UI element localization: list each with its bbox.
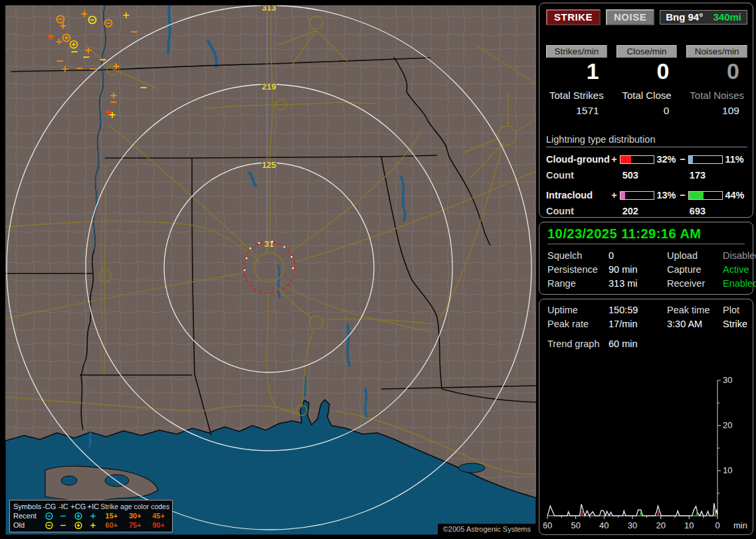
noises-column: Noises/min 0 Total Noises 109 (686, 45, 747, 117)
bearing-readout: Bng 94° 340mi (660, 10, 747, 25)
app-window: 31321912531 Symbols -CG -IC +CG +IC (0, 0, 756, 539)
ic-positive-pct: 13% (656, 190, 679, 200)
range-value: 313 mi (609, 278, 667, 289)
total-noises-value: 109 (686, 105, 747, 117)
legend-col-pcg: +CG (70, 502, 86, 511)
svg-text:219: 219 (262, 82, 276, 92)
choctawhatchee-bay (458, 463, 485, 473)
minus-sign: − (679, 154, 686, 165)
svg-text:min: min (733, 520, 747, 530)
old-cg-plus-icon (70, 520, 86, 530)
svg-text:0: 0 (715, 520, 719, 530)
total-noises-label: Total Noises (686, 90, 747, 101)
lightning-distribution: Lightning type distribution Cloud-ground… (546, 134, 747, 216)
strikes-rate: 1 (546, 59, 607, 84)
receiver-value: Enabled (723, 278, 756, 289)
age-30: 30+ (124, 511, 147, 520)
legend-age-title: Strike age color codes (100, 502, 170, 511)
copyright-text: ©2005 Astrogenic Systems (438, 524, 536, 535)
bearing-value: Bng 94° (666, 11, 703, 23)
svg-text:40: 40 (599, 520, 609, 530)
ic-negative-pct: 44% (725, 190, 747, 200)
map-svg[interactable]: 31321912531 (5, 5, 536, 535)
age-75: 75+ (124, 520, 147, 530)
total-close-value: 0 (616, 105, 678, 117)
intracloud-count-row: Count 202 693 (546, 206, 747, 216)
recent-ic-minus-icon (56, 511, 70, 520)
uptime-label: Uptime (547, 305, 609, 315)
total-strikes-label: Total Strikes (546, 90, 607, 101)
peak-time-value: 3:30 AM (667, 319, 723, 329)
legend-col-pic: +IC (86, 502, 100, 511)
squelch-label: Squelch (547, 250, 609, 261)
lake-pontchartrain (105, 475, 129, 487)
legend-symbols-header: Symbols (13, 502, 42, 511)
recent-cg-plus-icon (70, 511, 86, 520)
count-label: Count (546, 170, 613, 181)
svg-text:20: 20 (723, 420, 732, 430)
svg-text:313: 313 (262, 5, 276, 13)
upload-value: Disabled (723, 250, 756, 261)
cg-negative-count: 173 (680, 170, 747, 181)
stats-panel: STRIKE NOISE Bng 94° 340mi Strikes/min 1… (539, 3, 753, 218)
distribution-title: Lightning type distribution (546, 134, 747, 147)
plus-sign: + (611, 154, 618, 165)
plus-sign: + (611, 190, 618, 200)
svg-text:31: 31 (264, 239, 274, 249)
cloud-ground-row: Cloud-ground + 32% − 11% (546, 154, 747, 165)
session-panel: Uptime 150:59 Peak time Plot Peak rate 1… (539, 299, 753, 535)
cg-positive-bar (620, 155, 654, 164)
intracloud-row: Intracloud + 13% − 44% (546, 190, 747, 200)
close-column: Close/min 0 Total Close 0 (616, 45, 678, 117)
cg-negative-pct: 11% (725, 154, 747, 165)
lake-west (61, 476, 77, 485)
plot-label: Plot (723, 305, 747, 315)
age-45: 45+ (147, 511, 170, 520)
status-panel: 10/23/2025 11:29:16 AM Squelch 0 Upload … (539, 222, 753, 295)
ic-negative-bar (688, 191, 723, 200)
svg-text:30: 30 (723, 376, 732, 385)
datetime-display: 10/23/2025 11:29:16 AM (547, 226, 745, 244)
peak-time-label: Peak time (667, 305, 723, 315)
persistence-label: Persistence (547, 264, 609, 275)
svg-text:125: 125 (262, 160, 276, 170)
old-cg-minus-icon (42, 520, 56, 530)
lightning-map[interactable]: 31321912531 Symbols -CG -IC +CG +IC (5, 5, 536, 535)
strikes-per-min-button[interactable]: Strikes/min (546, 45, 607, 58)
svg-text:10: 10 (723, 465, 732, 475)
peak-rate-label: Peak rate (547, 319, 609, 329)
svg-text:10: 10 (684, 520, 694, 530)
cg-positive-pct: 32% (656, 154, 679, 165)
trend-graph: 1020306050403020100min (543, 376, 749, 533)
old-ic-plus-icon (86, 520, 100, 530)
noise-toggle-button[interactable]: NOISE (606, 9, 654, 25)
cg-positive-count: 503 (613, 170, 680, 181)
squelch-value: 0 (609, 250, 667, 261)
close-rate: 0 (616, 59, 678, 84)
cg-negative-bar (688, 155, 723, 164)
plot-value: Strike (723, 319, 747, 329)
total-close-label: Total Close (616, 90, 678, 101)
legend-row-old-label: Old (13, 520, 42, 530)
cloud-ground-count-row: Count 503 173 (546, 170, 747, 181)
close-per-min-button[interactable]: Close/min (616, 45, 678, 58)
strike-toggle-button[interactable]: STRIKE (546, 9, 601, 25)
minus-sign: − (679, 190, 686, 200)
strikes-column: Strikes/min 1 Total Strikes 1571 (546, 45, 607, 117)
persistence-value: 90 min (609, 264, 667, 275)
noises-rate: 0 (686, 59, 747, 84)
intracloud-label: Intracloud (546, 190, 611, 200)
distance-value: 340mi (713, 11, 741, 23)
ic-negative-count: 693 (680, 206, 747, 216)
upload-label: Upload (667, 250, 723, 261)
ic-positive-bar (620, 191, 654, 200)
capture-label: Capture (667, 264, 723, 275)
legend-col-ncg: -CG (42, 502, 56, 511)
svg-text:60: 60 (543, 520, 552, 530)
legend-col-nic: -IC (56, 502, 70, 511)
sidebar: STRIKE NOISE Bng 94° 340mi Strikes/min 1… (539, 3, 753, 535)
noises-per-min-button[interactable]: Noises/min (686, 45, 747, 58)
capture-value: Active (723, 264, 756, 275)
total-strikes-value: 1571 (546, 105, 607, 117)
svg-text:30: 30 (628, 520, 637, 530)
